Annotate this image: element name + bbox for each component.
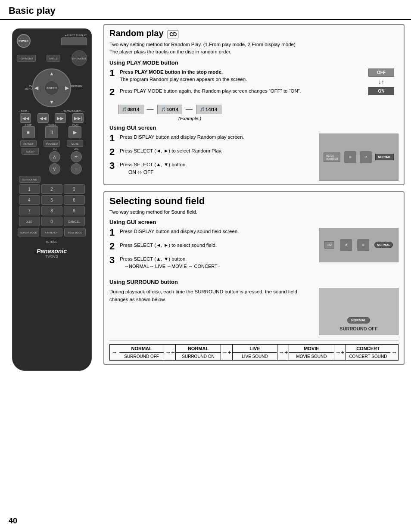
dpad[interactable]: ENTER ▲ ▼ ◀ ▶ TVMENU RETURN — [32, 68, 71, 107]
enter-button[interactable]: ENTER — [44, 81, 59, 95]
gui-step1-num: 1 — [109, 134, 116, 143]
mute-button[interactable]: MUTE — [67, 140, 83, 147]
r-tune-row: R-TUNE — [17, 238, 87, 244]
gui-screen-icon1: ⊞ — [344, 151, 356, 163]
dvd-menu-button[interactable]: DVD MENU — [72, 50, 87, 66]
surround-screen-label: SURROUND OFF — [339, 326, 378, 331]
page-header: Basic play — [0, 0, 411, 20]
r-tune-label: R-TUNE — [46, 240, 57, 243]
top-menu-button[interactable]: TOP MENU — [17, 55, 36, 62]
numpad: 1 2 3 4 5 6 7 8 9 ≥10 0 CANCEL — [17, 184, 87, 226]
sound-screen-icon2: ⊞ — [357, 239, 369, 251]
ab-repeat-button[interactable]: A-B REPEAT — [41, 228, 62, 236]
ch-down-button[interactable]: ∨ — [49, 163, 60, 174]
flow-cell-3: LIVE LIVE SOUND — [233, 345, 277, 360]
bottom-flow-table: → NORMAL SURROUND OFF →+ NORMA — [109, 344, 399, 361]
aspect-button[interactable]: ASPECT — [20, 140, 37, 147]
num-2-button[interactable]: 2 — [41, 184, 62, 194]
sound-gui-content: 1 Press DISPLAY button and display sound… — [109, 228, 399, 275]
num-9-button[interactable]: 9 — [64, 206, 85, 215]
next-button[interactable]: ▶▶| — [72, 113, 84, 123]
sleep-button[interactable]: SLEEP — [22, 148, 39, 155]
play-button[interactable]: ▶ — [68, 126, 81, 138]
flow-connector-2: →+ — [221, 345, 233, 360]
power-button[interactable]: POWER — [17, 34, 31, 48]
num-8-button[interactable]: 8 — [41, 206, 62, 215]
skip-labels: ←SKIP→ ←SLOW/SEARCH→ — [17, 110, 87, 112]
vol-down-button[interactable]: − — [71, 163, 82, 174]
flow-arrow-start: → — [110, 345, 119, 360]
gui-screen-normal: NORMAL — [375, 154, 394, 160]
on-off-label: ON ⇔ OFF — [128, 169, 154, 175]
play-mode-button[interactable]: PLAY MODE — [64, 228, 86, 236]
sound-gui-subsection: Using GUI screen 1 Press DISPLAY button … — [109, 219, 399, 275]
cd-badge: CD — [168, 31, 178, 38]
flow-cell-2-bottom: SURROUND ON — [180, 353, 217, 360]
sound-screen-normal: NORMAL — [374, 242, 393, 248]
step1-num: 1 — [109, 68, 116, 78]
num-0-button[interactable]: 0 — [41, 217, 62, 226]
brand-name: Panasonic — [17, 248, 87, 255]
remote-panel: POWER ▲EJECT DISPLAY TOP MENU ANGLE DVD … — [6, 24, 97, 371]
gui-step1: 1 Press DISPLAY button and display Rando… — [109, 134, 314, 143]
num-10plus-button[interactable]: ≥10 — [19, 217, 40, 226]
track-14-14: 🎵 14/14 — [196, 105, 221, 114]
rew-button[interactable]: ◀◀ — [37, 113, 49, 123]
surround-screen-icon: NORMAL — [347, 317, 370, 324]
off-screen: OFF — [368, 68, 394, 77]
flow-end-connector: → — [390, 345, 398, 360]
pause-button[interactable]: II — [45, 126, 58, 138]
angle-button[interactable]: ANGLE — [47, 55, 60, 62]
num-4-button[interactable]: 4 — [19, 195, 40, 205]
play-mode-subtitle: Using PLAY MODE button — [109, 59, 399, 66]
dpad-left[interactable]: ◀ — [34, 85, 38, 91]
fwd-button[interactable]: ▶▶ — [55, 113, 66, 123]
flow-start-arrow-icon: → — [110, 349, 119, 356]
brand-model: TV/DVD — [17, 255, 87, 258]
flow-connector-2-icon: →+ — [222, 349, 231, 356]
num-7-button[interactable]: 7 — [19, 206, 40, 215]
flow-connector-4: →+ — [334, 345, 346, 360]
gui-step2: 2 Press SELECT (◄, ►) to select Random P… — [109, 147, 314, 157]
stop-button[interactable]: ■ — [22, 126, 35, 138]
dpad-down[interactable]: ▼ — [49, 99, 54, 105]
sound-gui-subtitle: Using GUI screen — [109, 219, 399, 225]
prev-button[interactable]: |◀◀ — [20, 113, 31, 123]
num-3-button[interactable]: 3 — [64, 184, 85, 194]
playback-row: ■ II ▶ — [17, 126, 87, 138]
down-arrow-icon: ↓↑ — [378, 78, 384, 85]
sound-screen-icon1: ↺ — [340, 239, 352, 251]
sound-field-desc: Two way setting method for Sound field. — [109, 209, 399, 215]
step2-num: 2 — [109, 87, 116, 97]
surround-desc: During playback of disc, each time the S… — [109, 288, 314, 335]
cancel-button[interactable]: CANCEL — [64, 217, 85, 226]
flow-connector-3: →+ — [277, 345, 289, 360]
gui-screen-icon2: ↺ — [360, 151, 372, 163]
flow-cell-1-top: NORMAL — [119, 345, 164, 353]
ch-up-button[interactable]: ∧ — [49, 151, 60, 162]
sound-gui-step3: 3 Press SELECT (▲, ▼) button. →NORMAL→ L… — [109, 255, 314, 271]
flow-cell-4: MOVIE MOVIE SOUND — [289, 345, 334, 360]
play-mode-subsection: Using PLAY MODE button 1 Press PLAY MODE… — [109, 59, 399, 121]
sound-gui-steps: 1 Press DISPLAY button and display sound… — [109, 228, 314, 275]
vol-up-button[interactable]: + — [71, 151, 82, 162]
flow-cell-4-top: MOVIE — [289, 345, 333, 353]
sound-screen-track: 1/2 — [324, 241, 334, 249]
track-10-14: 🎵 10/14 — [157, 105, 183, 114]
dpad-up[interactable]: ▲ — [49, 71, 54, 77]
sound-flow-label: →NORMAL→ LIVE →MOVIE → CONCERT– — [124, 264, 220, 269]
repeat-mode-button[interactable]: REPEAT MODE — [18, 228, 39, 236]
flow-end-icon: → — [391, 349, 397, 356]
dpad-right[interactable]: ▶ — [65, 85, 69, 91]
track-dash1-icon: — — [147, 106, 154, 113]
num-1-button[interactable]: 1 — [19, 184, 40, 194]
num-6-button[interactable]: 6 — [64, 195, 85, 205]
tv-video-button[interactable]: TV/VIDEO — [44, 140, 60, 147]
gui-screen-mockup: 01/1400:00:00 ⊞ ↺ NORMAL — [319, 134, 399, 181]
num-5-button[interactable]: 5 — [41, 195, 62, 205]
sound-gui-step2-num: 2 — [109, 242, 116, 251]
surround-button[interactable]: SURROUND — [19, 176, 40, 183]
random-play-desc: Two way setting method for Random Play. … — [109, 41, 399, 56]
eject-button[interactable] — [61, 37, 87, 45]
gui-subsection: Using GUI screen 1 Press DISPLAY button … — [109, 124, 399, 181]
